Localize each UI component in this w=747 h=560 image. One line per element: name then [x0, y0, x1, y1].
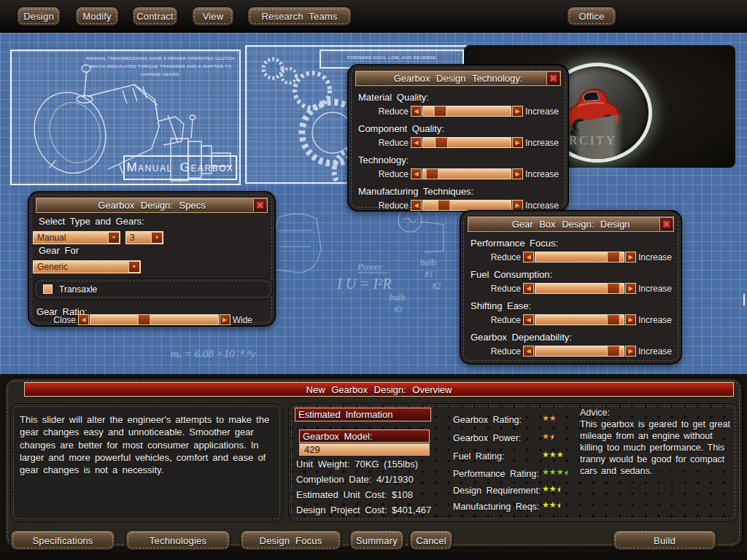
reduce-label: Reduce: [480, 284, 521, 294]
design-focus-button[interactable]: Design Focus: [240, 530, 341, 551]
slider-track[interactable]: [535, 346, 624, 357]
gearbox-model-input[interactable]: [299, 443, 430, 456]
advice-title: Advice:: [580, 407, 733, 419]
slider-handle[interactable]: [433, 106, 446, 117]
slider-track[interactable]: [535, 252, 624, 262]
slider-left-arrow-button[interactable]: ◀: [411, 168, 422, 179]
logo-text: RCITY: [569, 133, 617, 148]
slider-track[interactable]: [535, 283, 624, 294]
build-button[interactable]: Build: [613, 530, 716, 551]
reduce-label: Reduce: [368, 169, 409, 179]
slider-handle[interactable]: [607, 283, 620, 294]
slider-handle[interactable]: [607, 314, 620, 325]
slider-right-arrow-button[interactable]: ▶: [625, 252, 636, 262]
summary-button[interactable]: Summary: [349, 530, 404, 551]
menu-button-view[interactable]: View: [192, 7, 234, 26]
slider-handle[interactable]: [607, 252, 620, 262]
star-rating-icon: ★★★: [542, 500, 560, 510]
slider-right-arrow-button[interactable]: ▶: [512, 106, 523, 117]
svg-text:mₑ = 6.08 ×10⁻⁴ ⁴y: mₑ = 6.08 ×10⁻⁴ ⁴y: [171, 348, 256, 359]
transaxle-checkbox[interactable]: [43, 284, 53, 294]
slider-handle[interactable]: [607, 346, 620, 357]
slider-track[interactable]: [422, 106, 511, 117]
slider-group: Manufacturing Techniques: Reduce ◀ ▶ Inc…: [349, 186, 568, 211]
slider-left-arrow-button[interactable]: ◀: [523, 346, 534, 357]
estimated-information-header: Estimated Information: [295, 408, 431, 421]
overview-titlebar: New Gearbox Design: Overview: [24, 382, 734, 397]
close-icon[interactable]: ✕: [659, 218, 673, 230]
slider-right-arrow-button[interactable]: ▶: [625, 283, 636, 294]
chevron-down-icon[interactable]: ▼: [151, 232, 163, 244]
slider: Reduce ◀ ▶ Increase: [480, 251, 672, 263]
slider: Reduce ◀ ▶ Increase: [480, 314, 672, 326]
gear-for-dropdown[interactable]: Generic ▼: [33, 260, 141, 273]
slider-group: Fuel Consumption: Reduce ◀ ▶ Increase: [461, 269, 681, 295]
office-button[interactable]: Office: [567, 7, 616, 26]
menu-button-research-teams[interactable]: Research Teams: [247, 7, 352, 26]
gear-count-dropdown[interactable]: 3 ▼: [125, 231, 163, 244]
slider-track[interactable]: [422, 137, 511, 148]
slider-track[interactable]: [422, 200, 511, 211]
slider-group: Technology: Reduce ◀ ▶ Increase: [349, 155, 568, 180]
slider-right-arrow-button[interactable]: ▶: [512, 168, 523, 179]
slider-handle[interactable]: [437, 200, 450, 211]
slider-right-arrow-button[interactable]: ▶: [220, 314, 231, 325]
star-rating-icon: ★★★: [542, 484, 560, 494]
slider: Reduce ◀ ▶ Increase: [368, 136, 559, 149]
slider-handle[interactable]: [137, 314, 150, 325]
slider-left-arrow-button[interactable]: ◀: [411, 106, 422, 117]
gearbox-type-dropdown[interactable]: Manual ▼: [33, 231, 120, 244]
slider-left-arrow-button[interactable]: ◀: [78, 314, 89, 325]
cancel-button[interactable]: Cancel: [409, 530, 453, 551]
info-line: Unit Weight: 70KG (155lbs): [296, 456, 431, 472]
reduce-label: Reduce: [480, 315, 521, 325]
technologies-button[interactable]: Technologies: [125, 530, 231, 551]
slider-right-arrow-button[interactable]: ▶: [625, 314, 636, 325]
slider-left-arrow-button[interactable]: ◀: [411, 137, 422, 148]
slider-right-arrow-button[interactable]: ▶: [625, 346, 636, 357]
slider-track[interactable]: [422, 168, 511, 179]
svg-text:I U = I²R: I U = I²R: [336, 276, 391, 292]
rating-row: Performance Rating:★★★★: [453, 467, 539, 480]
slider-right-arrow-button[interactable]: ▶: [512, 200, 523, 211]
chevron-down-icon[interactable]: ▼: [108, 232, 120, 244]
slider-label: Gearbox Dependability:: [471, 332, 681, 343]
reduce-label: Reduce: [480, 346, 521, 357]
gearbox-model-label: Gearbox Model:: [299, 429, 430, 443]
specifications-button[interactable]: Specifications: [10, 530, 115, 551]
transaxle-label: Transaxle: [59, 284, 97, 295]
select-type-label: Select Type and Gears:: [39, 216, 274, 227]
slider-handle[interactable]: [435, 137, 448, 148]
close-icon[interactable]: ✕: [546, 72, 560, 85]
increase-label: Increase: [525, 106, 559, 117]
slider-handle[interactable]: [425, 168, 438, 179]
slider-group: Performance Focus: Reduce ◀ ▶ Increase: [461, 238, 681, 263]
rating-row: Fuel Rating:★★★: [453, 449, 504, 462]
rating-row: Design Requirement:★★★: [453, 483, 541, 497]
menu-button-modify[interactable]: Modify: [75, 7, 119, 26]
dialog-titlebar: Gear Box Design: Design ✕: [468, 217, 674, 232]
close-end-label: Close: [42, 315, 76, 325]
close-icon[interactable]: ✕: [253, 199, 266, 211]
slider-track[interactable]: [90, 314, 219, 325]
svg-text:#1: #1: [425, 269, 433, 279]
reduce-label: Reduce: [368, 201, 409, 211]
star-rating-icon: ★★: [542, 413, 557, 423]
slider-left-arrow-button[interactable]: ◀: [523, 283, 534, 294]
slider-label: Component Quality:: [358, 123, 568, 134]
increase-label: Increase: [638, 346, 672, 357]
increase-label: Increase: [638, 252, 672, 262]
menu-button-contract[interactable]: Contract: [132, 7, 178, 26]
svg-text:#2: #2: [432, 281, 441, 291]
gear-ratio-slider: Close ◀ ▶ Wide: [42, 314, 252, 326]
slider-left-arrow-button[interactable]: ◀: [523, 314, 534, 325]
slider: Reduce ◀ ▶ Increase: [480, 282, 672, 295]
slider-label: Technology:: [358, 155, 568, 166]
slider-right-arrow-button[interactable]: ▶: [512, 137, 523, 148]
slider-left-arrow-button[interactable]: ◀: [411, 200, 422, 211]
info-line: Estimated Unit Cost: $108: [296, 487, 431, 502]
slider-left-arrow-button[interactable]: ◀: [523, 252, 534, 262]
chevron-down-icon[interactable]: ▼: [128, 261, 140, 273]
slider-track[interactable]: [535, 314, 624, 325]
menu-button-design[interactable]: Design: [17, 7, 61, 26]
